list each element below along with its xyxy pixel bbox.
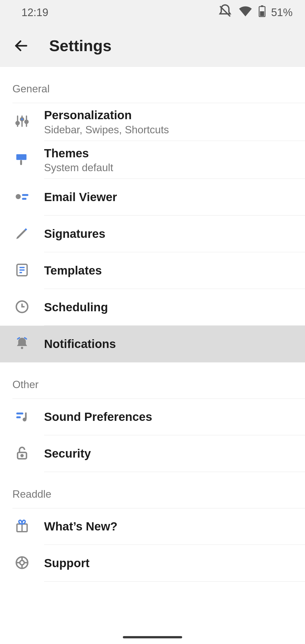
svg-rect-13 — [22, 194, 29, 196]
item-title: Personalization — [44, 108, 305, 123]
settings-item-signatures[interactable]: Signatures — [0, 216, 305, 252]
lock-icon — [14, 445, 30, 462]
lifebuoy-icon — [14, 555, 30, 571]
item-title: Scheduling — [44, 300, 305, 315]
item-subtitle: System default — [44, 162, 305, 174]
svg-point-29 — [20, 560, 24, 565]
item-title: Templates — [44, 263, 305, 278]
svg-rect-11 — [20, 160, 22, 165]
svg-rect-2 — [260, 11, 264, 16]
settings-item-security[interactable]: Security — [0, 435, 305, 472]
item-title: Security — [44, 446, 305, 461]
settings-item-email-viewer[interactable]: Email Viewer — [0, 179, 305, 216]
section-label-other: Other — [0, 362, 305, 399]
sliders-icon — [14, 114, 30, 130]
settings-item-templates[interactable]: Templates — [0, 252, 305, 289]
settings-item-themes[interactable]: Themes System default — [0, 141, 305, 179]
svg-point-25 — [21, 455, 23, 457]
battery-icon — [258, 5, 266, 20]
music-note-icon — [14, 409, 30, 425]
gift-icon — [14, 518, 30, 535]
svg-point-23 — [23, 418, 27, 422]
gesture-bar — [123, 636, 182, 638]
pencil-icon — [14, 226, 30, 242]
item-title: What’s New? — [44, 519, 305, 534]
list-icon — [14, 189, 30, 205]
wifi-icon — [238, 4, 253, 21]
back-button[interactable] — [11, 35, 32, 56]
item-title: Email Viewer — [44, 190, 305, 205]
svg-point-12 — [16, 194, 21, 199]
dnd-icon — [217, 4, 233, 21]
settings-item-scheduling[interactable]: Scheduling — [0, 289, 305, 326]
settings-item-whats-new[interactable]: What’s New? — [0, 508, 305, 545]
app-header: Settings — [0, 25, 305, 67]
item-title: Notifications — [44, 337, 305, 352]
svg-rect-10 — [16, 154, 27, 160]
settings-item-personalization[interactable]: Personalization Sidebar, Swipes, Shortcu… — [0, 103, 305, 141]
bell-icon — [14, 336, 30, 352]
page-title: Settings — [49, 36, 112, 55]
paint-icon — [14, 152, 30, 168]
svg-rect-14 — [22, 198, 27, 200]
arrow-left-icon — [13, 38, 29, 54]
item-title: Themes — [44, 146, 305, 161]
item-title: Signatures — [44, 227, 305, 242]
section-label-general: General — [0, 67, 305, 103]
section-label-readdle: Readdle — [0, 472, 305, 508]
settings-item-notifications[interactable]: Notifications — [0, 326, 305, 362]
settings-item-support[interactable]: Support — [0, 545, 305, 582]
status-time: 12:19 — [21, 6, 48, 19]
battery-percentage: 51% — [271, 6, 293, 19]
svg-point-7 — [16, 121, 19, 125]
status-bar: 12:19 51% — [0, 0, 305, 25]
settings-item-sound-preferences[interactable]: Sound Preferences — [0, 399, 305, 435]
item-title: Sound Preferences — [44, 410, 305, 425]
svg-point-20 — [21, 347, 23, 349]
item-subtitle: Sidebar, Swipes, Shortcuts — [44, 124, 305, 136]
svg-rect-22 — [16, 416, 21, 418]
svg-rect-21 — [16, 413, 23, 415]
svg-point-8 — [20, 118, 23, 121]
clock-icon — [14, 299, 30, 316]
svg-point-9 — [25, 120, 28, 123]
document-icon — [14, 262, 30, 279]
item-title: Support — [44, 556, 305, 571]
